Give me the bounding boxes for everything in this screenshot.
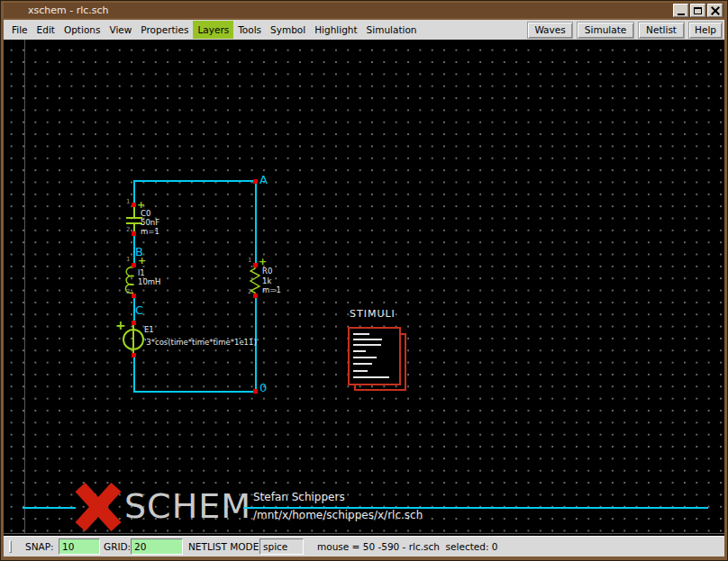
stimuli-label: STIMULI (350, 308, 396, 320)
close-button[interactable] (707, 4, 723, 17)
menu-properties[interactable]: Properties (136, 21, 193, 39)
stimuli-text-line (353, 376, 389, 378)
grid-label: GRID: (104, 541, 131, 552)
stimuli-text-line (353, 363, 372, 365)
sheet-frame-bottom (4, 533, 724, 534)
titlebar[interactable]: xschem - rlc.sch (4, 3, 724, 18)
pin-square (132, 203, 136, 207)
capacitor-c0[interactable]: + 1 2 C0 50nF m=1 (121, 198, 184, 239)
capacitor-name: C0 (141, 209, 150, 218)
menu-tools[interactable]: Tools (233, 21, 266, 39)
close-icon (711, 6, 720, 15)
source-name: E1 (144, 325, 154, 334)
inductor-pin1-number: 1 (126, 257, 130, 263)
menu-options[interactable]: Options (59, 21, 105, 39)
pin-square (253, 294, 258, 298)
waves-button[interactable]: Waves (527, 22, 573, 39)
minimize-button[interactable] (673, 4, 688, 17)
resistor-name: R0 (262, 267, 272, 276)
xschem-window: xschem - rlc.sch File Edit Options View … (0, 0, 728, 561)
window-controls (673, 4, 723, 17)
pin-square (253, 389, 258, 394)
title-block[interactable]: SCHEM Stefan Schippers /mnt/x/home/schip… (4, 479, 724, 533)
stimuli-rect-front (348, 327, 401, 385)
stimuli-text-line (353, 344, 381, 346)
capacitor-pin1-number: 1 (126, 199, 130, 205)
xschem-logo-text: SCHEM (124, 489, 251, 523)
inductor-pin2-number: 2 (126, 289, 130, 295)
capacitor-pin2-number: 2 (126, 227, 130, 233)
stimuli-text-line (353, 350, 366, 352)
resistor-pin1-number: 1 (248, 258, 251, 264)
wire-top[interactable] (133, 180, 257, 182)
maximize-button[interactable] (690, 4, 705, 17)
grid-input[interactable] (131, 538, 183, 555)
menu-highlight[interactable]: Highlight (310, 21, 361, 39)
help-button[interactable]: Help (688, 22, 723, 39)
inductor-name: l1 (138, 268, 145, 277)
wire-bottom[interactable] (133, 391, 257, 393)
stimuli-text-line (353, 339, 382, 340)
mouse-status-text: mouse = 50 -590 - rlc.sch selected: 0 (317, 541, 498, 552)
capacitor-mult: m=1 (141, 227, 159, 236)
menu-symbol[interactable]: Symbol (266, 21, 310, 39)
pin-square (132, 321, 136, 325)
simulate-button[interactable]: Simulate (577, 22, 634, 39)
stimuli-text-line (353, 357, 377, 358)
menu-layers[interactable]: Layers (193, 21, 233, 39)
resistor-plus-marker: + (259, 258, 267, 266)
node-label-b[interactable]: B (135, 245, 143, 258)
window-title: xschem - rlc.sch (28, 5, 109, 16)
menubar: File Edit Options View Properties Layers… (4, 20, 724, 40)
stimuli-block[interactable]: STIMULI (346, 306, 418, 396)
inductor-value: 10mH (138, 277, 161, 286)
titleblock-path: /mnt/x/home/schippes/x/rlc.sch (253, 509, 423, 521)
resistor-pin2-number: 2 (248, 289, 251, 295)
resistor-mult: m=1 (262, 285, 281, 294)
netlist-mode-input[interactable] (259, 538, 304, 555)
menu-simulation[interactable]: Simulation (362, 21, 422, 39)
stimuli-text-line (353, 370, 368, 372)
pin-square (253, 179, 258, 184)
sheet-frame-vertical (24, 40, 25, 534)
netlist-button[interactable]: Netlist (638, 22, 685, 39)
pin-square (132, 231, 136, 236)
menu-view[interactable]: View (105, 21, 136, 39)
minimize-icon (678, 14, 685, 15)
maximize-icon (694, 7, 702, 14)
schematic-canvas[interactable]: + 1 2 C0 50nF m=1 + 1 2 l1 10mH + E1 '3*… (4, 40, 724, 536)
statusbar: SNAP: GRID: NETLIST MODE: mouse = 50 -59… (4, 536, 724, 556)
netlist-mode-label: NETLIST MODE: (188, 541, 262, 552)
menu-file[interactable]: File (7, 21, 32, 39)
wire-left-4[interactable] (133, 355, 135, 393)
wire-right-1[interactable] (255, 180, 257, 266)
menu-edit[interactable]: Edit (32, 21, 59, 39)
xschem-logo-x-icon (74, 483, 123, 531)
node-label-gnd[interactable]: 0 (259, 381, 267, 394)
node-label-c[interactable]: C (135, 303, 143, 317)
source-plus-marker: + (115, 321, 126, 330)
titleblock-line-left (23, 507, 76, 509)
node-label-a[interactable]: A (259, 173, 268, 186)
snap-label: SNAP: (25, 541, 54, 552)
capacitor-value: 50nF (141, 218, 159, 227)
source-value: '3*cos(time*time*time*1e11)' (144, 338, 259, 347)
statusbar-grip[interactable] (9, 540, 12, 553)
pin-square (132, 353, 136, 357)
pin-square (132, 263, 136, 267)
stimuli-text-line (353, 333, 369, 335)
pin-square (253, 263, 258, 267)
pin-square (132, 294, 136, 298)
snap-input[interactable] (59, 538, 100, 555)
titleblock-author: Stefan Schippers (253, 491, 345, 503)
inductor-l1[interactable]: + 1 2 l1 10mH (119, 254, 191, 297)
resistor-value: 1k (262, 276, 271, 285)
source-e1[interactable]: + E1 '3*cos(time*time*time*1e11)' (112, 317, 274, 358)
capacitor-plus-marker: + (137, 201, 145, 209)
resistor-r0[interactable]: + 1 2 R0 1k m=1 (242, 254, 296, 297)
